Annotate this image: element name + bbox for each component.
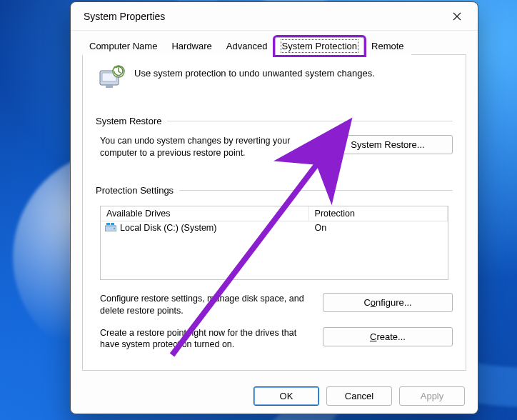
create-desc: Create a restore point right now for the… (96, 327, 311, 351)
system-restore-desc: You can undo system changes by reverting… (96, 135, 311, 159)
configure-button-label: Configure... (363, 297, 411, 308)
tab-hardware[interactable]: Hardware (164, 37, 219, 55)
configure-row: Configure restore settings, manage disk … (96, 293, 453, 317)
intro-row: Use system protection to undo unwanted s… (96, 64, 453, 94)
ok-button[interactable]: OK (254, 386, 319, 406)
col-protection[interactable]: Protection (309, 206, 448, 221)
system-restore-button-label: System Restore... (351, 139, 424, 150)
drive-name: Local Disk (C:) (System) (120, 223, 216, 233)
svg-rect-5 (106, 223, 110, 225)
group-protection-settings-label: Protection Settings (96, 185, 174, 196)
tab-computer-name[interactable]: Computer Name (82, 37, 164, 55)
tab-system-protection-label: System Protection (282, 41, 358, 51)
titlebar: System Properties (71, 2, 478, 31)
group-system-restore: System Restore (96, 116, 453, 126)
tab-remote[interactable]: Remote (364, 37, 411, 55)
create-button[interactable]: Create... (323, 327, 453, 346)
svg-point-7 (114, 228, 115, 229)
col-available-drives[interactable]: Available Drives (101, 206, 309, 221)
close-icon (453, 12, 461, 21)
configure-desc: Configure restore settings, manage disk … (96, 293, 311, 317)
client-area: Computer Name Hardware Advanced System P… (71, 31, 478, 378)
drives-list[interactable]: Available Drives Protection (100, 206, 448, 280)
drive-row[interactable]: Local Disk (C:) (System) On (101, 221, 448, 235)
system-properties-dialog: System Properties Computer Name Hardware… (70, 1, 478, 414)
intro-text: Use system protection to undo unwanted s… (134, 64, 375, 79)
drive-icon (105, 223, 116, 234)
cancel-button[interactable]: Cancel (326, 386, 392, 406)
apply-button[interactable]: Apply (399, 386, 465, 406)
system-restore-row: You can undo system changes by reverting… (96, 135, 453, 159)
svg-rect-2 (106, 85, 113, 88)
restore-icon (97, 64, 126, 94)
create-button-label: Create... (370, 331, 406, 342)
configure-button[interactable]: Configure... (323, 293, 453, 312)
drives-body: Local Disk (C:) (System) On (101, 221, 448, 279)
drives-header: Available Drives Protection (101, 206, 448, 221)
cancel-button-label: Cancel (345, 391, 373, 401)
group-system-restore-label: System Restore (96, 116, 161, 126)
dialog-footer: OK Cancel Apply (71, 378, 478, 414)
apply-button-label: Apply (421, 391, 444, 401)
tab-page-system-protection: Use system protection to undo unwanted s… (82, 54, 466, 371)
tab-system-protection[interactable]: System Protection (275, 37, 365, 55)
tab-strip: Computer Name Hardware Advanced System P… (82, 36, 466, 54)
close-button[interactable] (441, 5, 473, 28)
window-title: System Properties (84, 11, 165, 22)
svg-rect-6 (111, 223, 114, 225)
system-restore-button[interactable]: System Restore... (323, 135, 453, 154)
create-row: Create a restore point right now for the… (96, 327, 453, 351)
drive-status: On (309, 223, 448, 234)
tab-advanced[interactable]: Advanced (219, 37, 275, 55)
ok-button-label: OK (280, 391, 293, 401)
group-protection-settings: Protection Settings (96, 185, 453, 196)
